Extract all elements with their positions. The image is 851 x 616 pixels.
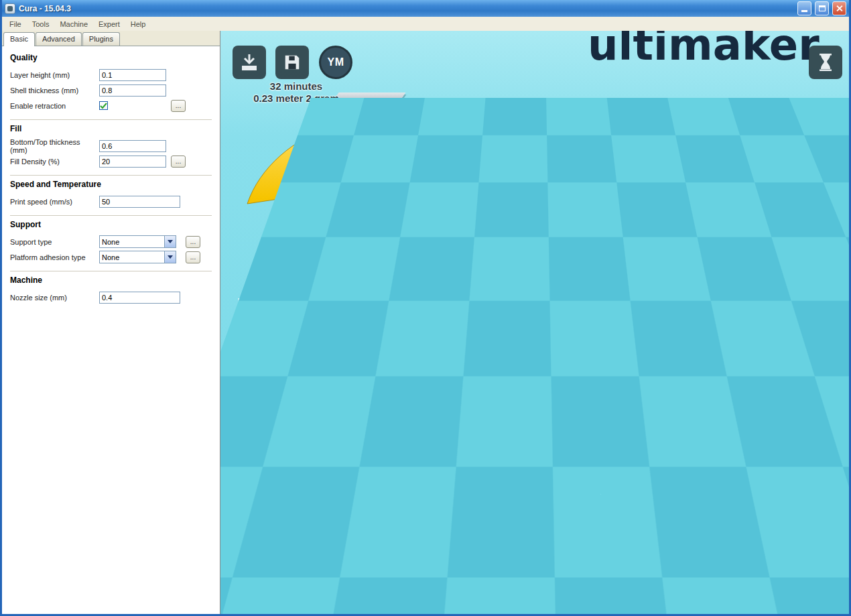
size-x-input[interactable]	[400, 493, 462, 506]
fill-density-label: Fill Density (%)	[10, 158, 99, 166]
uniform-scale-row: Uniform scale	[321, 540, 462, 557]
layer-height-label: Layer height (mm)	[10, 71, 99, 79]
app-window: Cura - 15.04.3 File Tools Machine Expert…	[0, 0, 851, 616]
platform-adhesion-value: None	[102, 253, 119, 261]
model-dragon[interactable]	[227, 98, 849, 393]
support-type-label: Support type	[10, 238, 99, 246]
tab-strip: Basic Advanced Plugins	[2, 31, 220, 46]
support-type-select[interactable]: None	[99, 235, 176, 248]
scale-x-input[interactable]	[400, 447, 462, 460]
nozzle-size-input[interactable]	[99, 292, 180, 304]
handle-center[interactable]	[533, 222, 540, 229]
scale-reset-button[interactable]	[276, 521, 310, 555]
chevron-down-icon	[164, 251, 176, 263]
close-icon	[836, 5, 843, 12]
layer-height-input[interactable]	[99, 69, 166, 81]
menu-file[interactable]: File	[4, 18, 27, 30]
save-toolpath-button[interactable]	[275, 46, 309, 79]
shell-thickness-input[interactable]	[99, 84, 166, 97]
bottom-top-thickness-input[interactable]	[99, 140, 166, 152]
setting-row: Enable retraction ...	[10, 98, 212, 113]
size-z-input[interactable]	[400, 524, 462, 537]
rotate-tool-button[interactable]	[233, 572, 266, 605]
maximize-button[interactable]	[815, 1, 829, 15]
print-time: 32 minutes	[227, 80, 365, 93]
bottom-top-thickness-label: Bottom/Top thickness (mm)	[10, 138, 99, 154]
maximize-icon	[819, 5, 826, 11]
support-type-more-button[interactable]: ...	[186, 236, 200, 248]
tab-plugins[interactable]: Plugins	[82, 32, 120, 46]
section-title: Support	[10, 220, 212, 229]
fill-density-more-button[interactable]: ...	[171, 156, 186, 168]
retraction-more-button[interactable]: ...	[171, 100, 186, 112]
scale-y-row: Scale Y	[321, 461, 462, 476]
scale-z-input[interactable]	[400, 478, 462, 491]
load-model-button[interactable]	[233, 46, 266, 79]
menu-expert[interactable]: Expert	[93, 18, 125, 30]
lock-icon[interactable]	[403, 542, 412, 556]
uniform-scale-label: Uniform scale	[321, 543, 383, 554]
size-z-label: Size Z (mm)	[321, 525, 400, 536]
size-z-row: Size Z (mm)	[321, 523, 462, 538]
size-y-label: Size Y (mm)	[321, 509, 400, 521]
scale-y-input[interactable]	[400, 463, 462, 475]
settings-panel: Basic Advanced Plugins Quality Layer hei…	[2, 31, 220, 614]
3d-viewport[interactable]: ultimaker	[220, 31, 849, 614]
print-speed-input[interactable]	[99, 196, 180, 208]
section-machine: Machine Nozzle size (mm)	[10, 275, 212, 311]
print-speed-label: Print speed (mm/s)	[10, 198, 99, 206]
setting-row: Print speed (mm/s)	[10, 194, 212, 209]
setting-row: Fill Density (%) ...	[10, 153, 212, 169]
section-speed-temperature: Speed and Temperature Print speed (mm/s)	[10, 180, 212, 216]
scale-y-label: Scale Y	[321, 463, 400, 475]
scale-reset-icon	[283, 528, 303, 548]
support-type-value: None	[102, 238, 119, 246]
minimize-button[interactable]	[797, 1, 811, 15]
enable-retraction-checkbox[interactable]	[99, 101, 108, 110]
minimize-icon	[801, 10, 807, 12]
scale-panel: Scale X Scale Y Scale Z Size X (mm) Size…	[314, 439, 468, 562]
scale-tool-icon	[281, 575, 306, 599]
view-mode-icon	[815, 52, 836, 72]
scale-x-row: Scale X	[321, 446, 462, 460]
plate-corner-marker	[774, 440, 791, 448]
mirror-tool-icon	[325, 578, 346, 599]
youmagine-share-button[interactable]: YM	[319, 46, 352, 79]
section-fill: Fill Bottom/Top thickness (mm) Fill Dens…	[10, 124, 212, 176]
ultimaker-branding: ultimaker	[588, 31, 820, 70]
scale-z-row: Scale Z	[321, 477, 462, 491]
view-mode-button[interactable]	[809, 46, 842, 79]
scale-x-label: Scale X	[321, 448, 400, 459]
fill-density-input[interactable]	[99, 156, 166, 168]
app-icon	[5, 3, 15, 14]
size-x-row: Size X (mm)	[321, 492, 462, 507]
close-button[interactable]	[832, 1, 846, 15]
title-bar[interactable]: Cura - 15.04.3	[2, 0, 849, 17]
nozzle-size-label: Nozzle size (mm)	[10, 294, 99, 302]
menu-tools[interactable]: Tools	[27, 18, 55, 30]
menu-bar: File Tools Machine Expert Help	[2, 17, 849, 31]
platform-adhesion-more-button[interactable]: ...	[186, 251, 200, 263]
tab-basic[interactable]: Basic	[3, 32, 35, 46]
setting-row: Shell thickness (mm)	[10, 82, 212, 98]
setting-row: Platform adhesion type None ...	[10, 249, 212, 265]
scale-z-label: Scale Z	[321, 479, 400, 490]
section-quality: Quality Layer height (mm) Shell thicknes…	[10, 53, 212, 120]
menu-machine[interactable]: Machine	[54, 18, 93, 30]
platform-adhesion-select[interactable]: None	[99, 251, 176, 263]
section-title: Speed and Temperature	[10, 180, 212, 189]
mirror-tool-button[interactable]	[319, 572, 352, 605]
scale-to-max-button[interactable]	[276, 469, 310, 503]
section-support: Support Support type None ... Platform a…	[10, 220, 212, 271]
enable-retraction-label: Enable retraction	[10, 102, 99, 110]
save-toolpath-icon	[283, 53, 302, 72]
size-y-row: Size Y (mm)	[321, 507, 462, 522]
section-title: Fill	[10, 124, 212, 133]
scale-tool-button[interactable]	[274, 568, 313, 607]
size-y-input[interactable]	[400, 509, 462, 521]
menu-help[interactable]: Help	[125, 18, 151, 30]
setting-row: Support type None ...	[10, 234, 212, 249]
checkmark-icon	[100, 103, 107, 109]
basic-settings: Quality Layer height (mm) Shell thicknes…	[2, 46, 220, 614]
tab-advanced[interactable]: Advanced	[36, 32, 82, 46]
